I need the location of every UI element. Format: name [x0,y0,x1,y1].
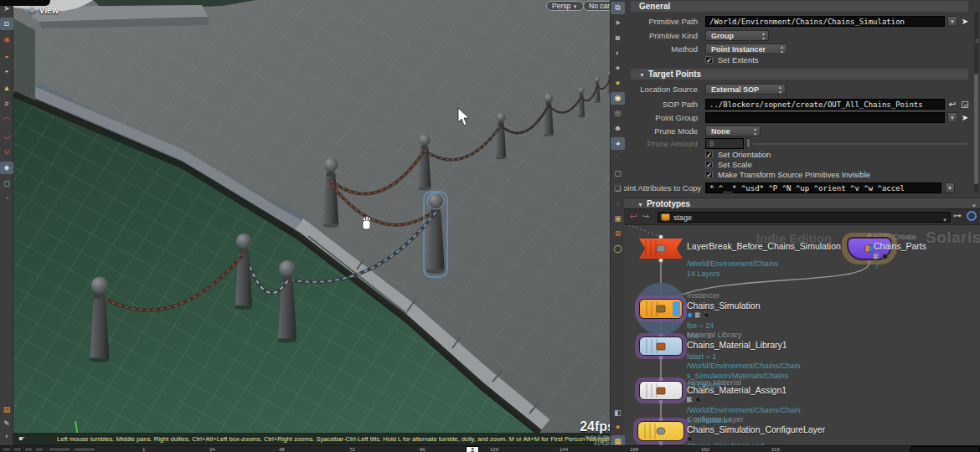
projection-dropdown[interactable]: Persp ▼ [546,1,584,11]
node-badges [874,254,888,259]
brush-tool-icon[interactable]: ✎ [0,418,13,430]
snap-magnet-icon[interactable]: ∪ [0,146,13,158]
point-attrs-field[interactable]: * ^__* ^usd* ^P ^N ^up ^orient ^v ^w ^ac… [705,182,941,193]
frame-field[interactable] [49,447,70,452]
node-type-label: Instancer [687,290,720,300]
sop-path-field[interactable]: ../Blockers/sopnet/create/OUT_All_Chains… [705,99,945,110]
lock-camera-icon[interactable]: ◙ [611,32,625,44]
panel-resize-grip[interactable]: ⠿ [975,40,979,44]
primitive-kind-select[interactable]: Group▲▼ [705,30,769,41]
sop-chooser-icon[interactable]: ◲ [960,99,970,110]
node-param-info: fps = 24 [687,321,714,330]
snap-grid-icon[interactable]: # [0,98,13,110]
hide-image-icon[interactable]: ⊠ [611,228,625,240]
network-path-field[interactable]: stage ▼ [658,212,951,223]
rotate-tool-icon[interactable]: ◓ [0,66,13,79]
houdini-solaris-window: ➤ ◘ ✱ ◒ ◓ ▲ # ◠ ◡ ∪ ◈ ◻ ◔ ▤ ✎ ◗ [0,0,980,452]
headlight-icon[interactable]: ● [611,77,625,90]
node-name[interactable]: Chains_Simulation_ConfigureLayer [687,424,825,434]
show-handles-icon[interactable]: ✱ [0,34,13,47]
point-group-dropdown-icon[interactable]: ▼ [947,112,957,123]
viewport-top-bar [0,0,50,6]
play-controls[interactable] [35,447,44,452]
node-material-assign[interactable] [639,381,683,400]
playbar-timeline[interactable]: 1 24 48 72 96 120 144 168 192 216 2 [0,445,980,452]
material-tray-icon[interactable]: ▤ [0,403,13,416]
sop-reselect-icon[interactable]: ↩ [947,99,957,110]
method-select[interactable]: Point Instancer▲▼ [705,44,787,54]
lamp-icon[interactable]: ◯ [611,243,625,255]
flag-badge-icon[interactable] [874,254,879,259]
background-image-icon[interactable]: ▣ [611,213,625,225]
primitive-pick-arrow-icon[interactable]: ➤ [960,16,970,27]
translate-tool-icon[interactable]: ◒ [0,50,13,63]
flag-badge-icon[interactable] [695,312,701,318]
reference-plane-icon[interactable]: ◐ [611,47,625,59]
node-name[interactable]: Chains_Material_Assign1 [687,385,787,395]
section-header-target-points[interactable]: ▼Target Points [631,69,968,80]
normal-light-icon[interactable]: ◎ [611,107,625,120]
set-scale-label: Set Scale [718,160,752,169]
play-controls[interactable] [13,447,22,452]
flag-badge-icon[interactable] [687,397,693,403]
clock-badge-icon[interactable] [687,436,693,442]
lock-badge-icon[interactable] [882,254,888,259]
point-group-pick-arrow-icon[interactable]: ➤ [960,112,970,123]
clock-badge-icon[interactable] [695,397,701,403]
wire-shaded-icon[interactable]: ˙ [611,152,625,165]
view-tool-icon[interactable]: ◈ [0,162,13,174]
layers-icon[interactable]: ❏ [611,182,625,195]
shadows-icon[interactable]: ☻ [611,122,625,135]
play-controls[interactable] [24,447,33,452]
displacement-icon[interactable]: ◕ [611,137,625,150]
network-editor[interactable]: Indie Edition Solaris [624,224,980,445]
nav-back-icon[interactable]: ↩ [630,211,637,223]
point-attrs-dropdown-icon[interactable]: ▼ [945,182,955,193]
primitive-path-field[interactable]: /World/Environment/Chains/Chains_Simulat… [705,16,945,27]
node-chains-simulation[interactable] [639,299,683,319]
frame-field[interactable] [74,447,95,452]
link-editors-icon[interactable]: ⧉ [611,2,625,14]
flipbook-icon[interactable]: ◔ [0,193,13,205]
prune-mode-select[interactable]: None▲▼ [705,126,761,136]
snap-primitive-icon[interactable]: ◠ [0,114,13,126]
node-material-library[interactable] [639,336,683,356]
ghost-objects-icon[interactable]: ▫ [611,198,625,210]
set-scale-checkbox[interactable]: ✓ [705,161,713,168]
spinner-icon: ▲▼ [761,31,766,41]
pin-icon[interactable]: ⊶ [953,211,962,220]
node-name[interactable]: Chains_Material_Library1 [687,340,787,350]
viewport-3d-scene[interactable] [13,0,610,433]
section-header-general[interactable]: General [631,1,968,12]
set-extents-checkbox[interactable]: ✓ [705,56,713,64]
playbar-right-controls[interactable] [910,446,980,452]
make-invisible-checkbox[interactable]: ✓ [705,171,713,178]
nav-forward-icon[interactable]: ↪ [642,211,649,223]
node-layerbreak[interactable] [639,239,683,259]
set-orientation-checkbox[interactable]: ✓ [705,151,713,158]
select-visible-icon[interactable]: ➤ [611,17,625,29]
scale-tool-icon[interactable]: ▲ [0,82,13,95]
link-orb-icon[interactable] [967,211,977,221]
info-badge-icon[interactable] [687,312,693,318]
section-header-prototypes[interactable]: ▼Prototypes ▼ [624,198,980,208]
snap-point-icon[interactable]: ◡ [0,130,13,142]
node-configure-layer[interactable] [637,421,684,441]
primitive-path-dropdown-icon[interactable]: ▼ [947,16,957,27]
view-mask-icon[interactable]: ▢ [611,167,625,180]
high-quality-light-icon[interactable]: ◉ [611,92,625,105]
snapshot-camera-icon[interactable]: ◧ [611,407,625,419]
current-frame-indicator[interactable]: 2 [466,446,479,452]
location-source-select[interactable]: External SOP▲▼ [705,84,786,95]
clock-badge-icon[interactable] [704,312,709,318]
smooth-shade-icon[interactable]: ● [611,62,625,74]
persp-ball-icon[interactable]: ● [611,421,625,434]
render-region-icon[interactable]: ◻ [0,177,13,190]
node-name[interactable]: Chains_Parts [874,241,926,251]
play-controls[interactable] [3,447,11,452]
eraser-tool-icon[interactable]: ◗ [0,430,13,443]
point-group-field[interactable] [705,112,945,123]
node-name[interactable]: LayerBreak_Before_Chains_Simulation [687,241,841,251]
node-name[interactable]: Chains_Simulation [687,300,761,311]
secure-selection-lock-icon[interactable]: ◘ [0,18,13,30]
